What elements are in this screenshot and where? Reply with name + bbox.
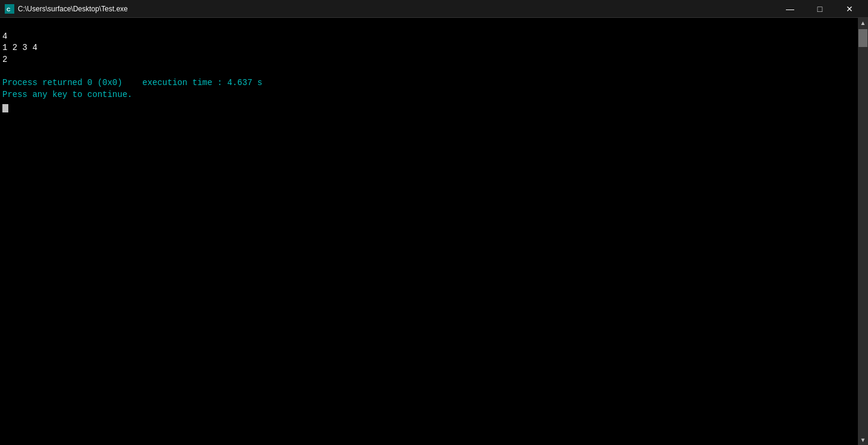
window-title: C:\Users\surface\Desktop\Test.exe [18,5,128,13]
cursor [2,104,8,112]
title-bar-left: C C:\Users\surface\Desktop\Test.exe [5,4,128,14]
output-line-2: 1 2 3 4 [2,43,37,52]
console-area: 4 1 2 3 4 2 Process returned 0 (0x0) exe… [0,18,868,445]
process-status-line: Process returned 0 (0x0) execution time … [2,78,262,87]
app-icon: C [5,4,14,14]
close-button[interactable]: ✕ [836,0,863,18]
scrollbar-thumb[interactable] [858,29,867,47]
output-line-1: 4 [2,32,7,41]
title-bar: C C:\Users\surface\Desktop\Test.exe — □ … [0,0,868,18]
svg-text:C: C [7,7,11,12]
maximize-button[interactable]: □ [806,0,833,18]
console-output[interactable]: 4 1 2 3 4 2 Process returned 0 (0x0) exe… [0,18,858,445]
scrollbar-arrow-down[interactable]: ▼ [858,435,868,445]
scrollbar[interactable]: ▲ ▼ [858,18,868,445]
title-bar-controls: — □ ✕ [776,0,863,18]
press-key-line: Press any key to continue. [2,90,132,99]
minimize-button[interactable]: — [776,0,804,18]
output-line-3: 2 [2,55,7,64]
scrollbar-arrow-up[interactable]: ▲ [858,18,868,28]
